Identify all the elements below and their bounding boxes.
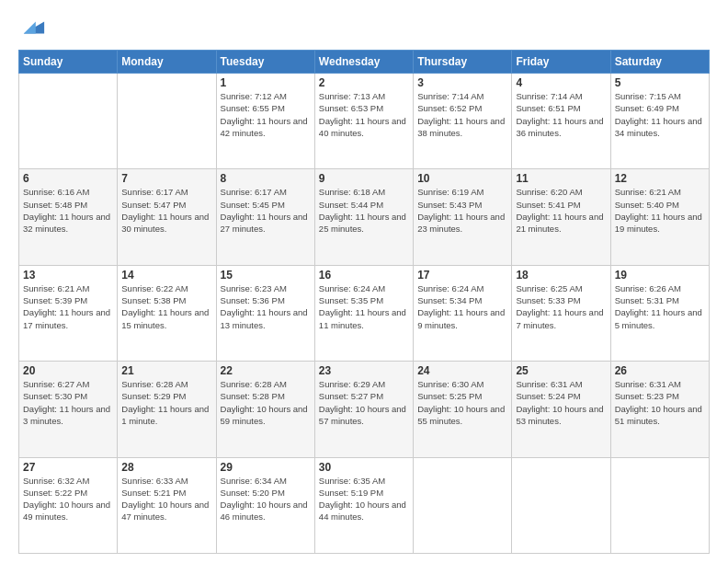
- calendar-cell: 25Sunrise: 6:31 AM Sunset: 5:24 PM Dayli…: [512, 362, 610, 457]
- calendar-week-row: 27Sunrise: 6:32 AM Sunset: 5:22 PM Dayli…: [19, 457, 710, 553]
- calendar-cell: 12Sunrise: 6:21 AM Sunset: 5:40 PM Dayli…: [610, 169, 709, 265]
- day-info: Sunrise: 6:27 AM Sunset: 5:30 PM Dayligh…: [23, 378, 113, 427]
- day-info: Sunrise: 6:28 AM Sunset: 5:29 PM Dayligh…: [121, 378, 211, 427]
- day-number: 28: [121, 461, 211, 474]
- day-of-week-header: Saturday: [610, 51, 709, 74]
- calendar-cell: 26Sunrise: 6:31 AM Sunset: 5:23 PM Dayli…: [610, 362, 709, 457]
- day-info: Sunrise: 6:31 AM Sunset: 5:24 PM Dayligh…: [516, 378, 606, 427]
- day-number: 29: [221, 461, 311, 474]
- day-info: Sunrise: 6:28 AM Sunset: 5:28 PM Dayligh…: [221, 378, 311, 427]
- day-info: Sunrise: 6:25 AM Sunset: 5:33 PM Dayligh…: [516, 282, 606, 331]
- day-info: Sunrise: 7:12 AM Sunset: 6:55 PM Dayligh…: [221, 90, 311, 139]
- day-of-week-header: Friday: [512, 51, 610, 74]
- calendar-cell: [610, 457, 709, 553]
- day-info: Sunrise: 7:13 AM Sunset: 6:53 PM Dayligh…: [319, 90, 409, 139]
- calendar-cell: 10Sunrise: 6:19 AM Sunset: 5:43 PM Dayli…: [414, 169, 512, 265]
- day-number: 10: [417, 172, 507, 185]
- day-info: Sunrise: 6:26 AM Sunset: 5:31 PM Dayligh…: [615, 282, 705, 331]
- day-info: Sunrise: 6:16 AM Sunset: 5:48 PM Dayligh…: [23, 186, 113, 235]
- calendar-cell: 18Sunrise: 6:25 AM Sunset: 5:33 PM Dayli…: [512, 265, 610, 361]
- day-info: Sunrise: 7:15 AM Sunset: 6:49 PM Dayligh…: [615, 90, 705, 139]
- day-of-week-header: Monday: [118, 51, 216, 74]
- calendar-cell: 11Sunrise: 6:20 AM Sunset: 5:41 PM Dayli…: [512, 169, 610, 265]
- day-number: 3: [417, 76, 507, 89]
- page: SundayMondayTuesdayWednesdayThursdayFrid…: [0, 0, 728, 563]
- calendar-week-row: 20Sunrise: 6:27 AM Sunset: 5:30 PM Dayli…: [19, 362, 710, 457]
- calendar-cell: 8Sunrise: 6:17 AM Sunset: 5:45 PM Daylig…: [216, 169, 314, 265]
- calendar-cell: [414, 457, 512, 553]
- calendar-week-row: 6Sunrise: 6:16 AM Sunset: 5:48 PM Daylig…: [19, 169, 710, 265]
- calendar-cell: 13Sunrise: 6:21 AM Sunset: 5:39 PM Dayli…: [19, 265, 118, 361]
- calendar-cell: 27Sunrise: 6:32 AM Sunset: 5:22 PM Dayli…: [19, 457, 118, 553]
- day-number: 22: [221, 364, 311, 377]
- logo-icon: [20, 15, 46, 40]
- day-number: 8: [221, 172, 311, 185]
- calendar-week-row: 1Sunrise: 7:12 AM Sunset: 6:55 PM Daylig…: [19, 74, 710, 169]
- calendar-table: SundayMondayTuesdayWednesdayThursdayFrid…: [18, 50, 710, 554]
- day-info: Sunrise: 6:33 AM Sunset: 5:21 PM Dayligh…: [121, 475, 211, 523]
- day-number: 4: [516, 76, 606, 89]
- day-info: Sunrise: 6:32 AM Sunset: 5:22 PM Dayligh…: [23, 475, 113, 523]
- calendar-cell: 7Sunrise: 6:17 AM Sunset: 5:47 PM Daylig…: [118, 169, 216, 265]
- day-number: 5: [615, 76, 705, 89]
- day-number: 30: [319, 461, 409, 474]
- day-number: 19: [615, 269, 705, 282]
- calendar-cell: [512, 457, 610, 553]
- day-info: Sunrise: 6:21 AM Sunset: 5:40 PM Dayligh…: [615, 186, 705, 235]
- day-number: 24: [417, 364, 507, 377]
- calendar-cell: 6Sunrise: 6:16 AM Sunset: 5:48 PM Daylig…: [19, 169, 118, 265]
- calendar-cell: 2Sunrise: 7:13 AM Sunset: 6:53 PM Daylig…: [314, 74, 413, 169]
- day-number: 14: [121, 269, 211, 282]
- day-info: Sunrise: 6:30 AM Sunset: 5:25 PM Dayligh…: [417, 378, 507, 427]
- svg-marker-1: [24, 21, 36, 33]
- day-number: 11: [516, 172, 606, 185]
- calendar-cell: 14Sunrise: 6:22 AM Sunset: 5:38 PM Dayli…: [118, 265, 216, 361]
- day-info: Sunrise: 6:29 AM Sunset: 5:27 PM Dayligh…: [319, 378, 409, 427]
- day-info: Sunrise: 6:18 AM Sunset: 5:44 PM Dayligh…: [319, 186, 409, 235]
- logo: [18, 15, 46, 40]
- calendar-cell: [19, 74, 118, 169]
- day-of-week-header: Wednesday: [314, 51, 413, 74]
- day-number: 13: [23, 269, 113, 282]
- calendar-cell: 24Sunrise: 6:30 AM Sunset: 5:25 PM Dayli…: [414, 362, 512, 457]
- day-of-week-header: Thursday: [414, 51, 512, 74]
- day-number: 16: [319, 269, 409, 282]
- day-number: 20: [23, 364, 113, 377]
- calendar-cell: 15Sunrise: 6:23 AM Sunset: 5:36 PM Dayli…: [216, 265, 314, 361]
- day-number: 27: [23, 461, 113, 474]
- calendar-cell: 22Sunrise: 6:28 AM Sunset: 5:28 PM Dayli…: [216, 362, 314, 457]
- calendar-cell: 5Sunrise: 7:15 AM Sunset: 6:49 PM Daylig…: [610, 74, 709, 169]
- calendar-cell: 23Sunrise: 6:29 AM Sunset: 5:27 PM Dayli…: [314, 362, 413, 457]
- day-info: Sunrise: 6:21 AM Sunset: 5:39 PM Dayligh…: [23, 282, 113, 331]
- day-info: Sunrise: 6:19 AM Sunset: 5:43 PM Dayligh…: [417, 186, 507, 235]
- day-number: 23: [319, 364, 409, 377]
- day-info: Sunrise: 6:24 AM Sunset: 5:34 PM Dayligh…: [417, 282, 507, 331]
- day-info: Sunrise: 6:23 AM Sunset: 5:36 PM Dayligh…: [221, 282, 311, 331]
- day-number: 2: [319, 76, 409, 89]
- calendar-cell: 29Sunrise: 6:34 AM Sunset: 5:20 PM Dayli…: [216, 457, 314, 553]
- day-info: Sunrise: 7:14 AM Sunset: 6:51 PM Dayligh…: [516, 90, 606, 139]
- day-info: Sunrise: 6:17 AM Sunset: 5:47 PM Dayligh…: [121, 186, 211, 235]
- calendar-cell: 16Sunrise: 6:24 AM Sunset: 5:35 PM Dayli…: [314, 265, 413, 361]
- day-number: 25: [516, 364, 606, 377]
- day-info: Sunrise: 6:24 AM Sunset: 5:35 PM Dayligh…: [319, 282, 409, 331]
- calendar-cell: 30Sunrise: 6:35 AM Sunset: 5:19 PM Dayli…: [314, 457, 413, 553]
- calendar-header-row: SundayMondayTuesdayWednesdayThursdayFrid…: [19, 51, 710, 74]
- calendar-cell: 17Sunrise: 6:24 AM Sunset: 5:34 PM Dayli…: [414, 265, 512, 361]
- calendar-cell: 20Sunrise: 6:27 AM Sunset: 5:30 PM Dayli…: [19, 362, 118, 457]
- day-number: 18: [516, 269, 606, 282]
- day-info: Sunrise: 6:31 AM Sunset: 5:23 PM Dayligh…: [615, 378, 705, 427]
- day-number: 1: [221, 76, 311, 89]
- day-number: 26: [615, 364, 705, 377]
- calendar-cell: 3Sunrise: 7:14 AM Sunset: 6:52 PM Daylig…: [414, 74, 512, 169]
- day-info: Sunrise: 6:34 AM Sunset: 5:20 PM Dayligh…: [221, 475, 311, 523]
- calendar-cell: 21Sunrise: 6:28 AM Sunset: 5:29 PM Dayli…: [118, 362, 216, 457]
- day-of-week-header: Tuesday: [216, 51, 314, 74]
- calendar-cell: 4Sunrise: 7:14 AM Sunset: 6:51 PM Daylig…: [512, 74, 610, 169]
- day-info: Sunrise: 6:22 AM Sunset: 5:38 PM Dayligh…: [121, 282, 211, 331]
- day-number: 6: [23, 172, 113, 185]
- day-number: 17: [417, 269, 507, 282]
- calendar-cell: 28Sunrise: 6:33 AM Sunset: 5:21 PM Dayli…: [118, 457, 216, 553]
- calendar-cell: [118, 74, 216, 169]
- day-info: Sunrise: 6:35 AM Sunset: 5:19 PM Dayligh…: [319, 475, 409, 523]
